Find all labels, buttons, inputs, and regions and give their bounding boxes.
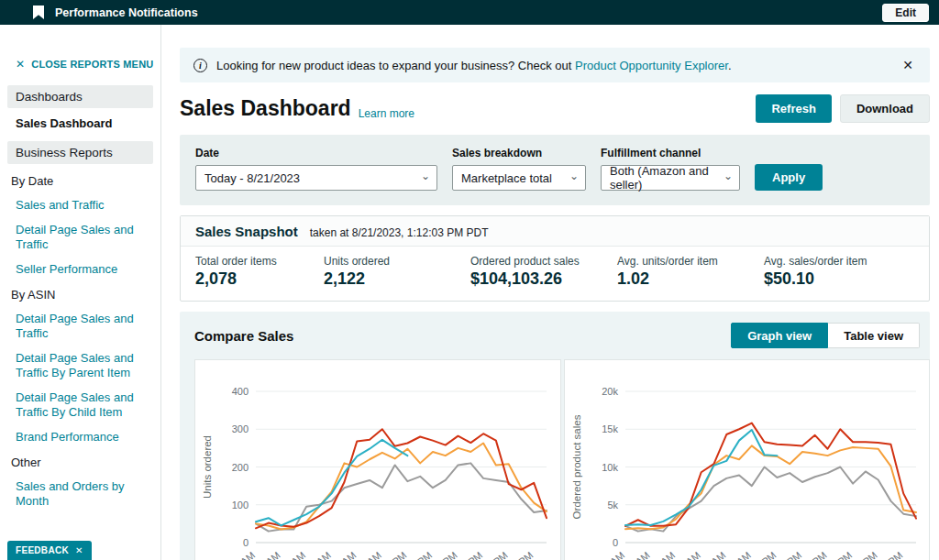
- svg-text:12AM: 12AM: [599, 549, 626, 560]
- svg-text:5k: 5k: [607, 500, 618, 511]
- chevron-down-icon: ⌄: [421, 170, 430, 182]
- promo-banner: i Looking for new product ideas to expan…: [180, 48, 930, 82]
- sidebar-item-detail-page-child-item[interactable]: Detail Page Sales and Traffic By Child I…: [0, 390, 160, 430]
- date-select[interactable]: Today - 8/21/2023 ⌄: [195, 165, 437, 191]
- svg-text:0: 0: [243, 537, 249, 548]
- units-ordered-chart: 010020030040012AM2AM4AM6AM8AM10AM12PM2PM…: [197, 365, 556, 560]
- units-ordered-chart-card: 010020030040012AM2AM4AM6AM8AM10AM12PM2PM…: [194, 359, 561, 560]
- filter-bar: Date Today - 8/21/2023 ⌄ Sales breakdown…: [180, 135, 930, 205]
- sidebar-section-business-reports: Business Reports: [7, 141, 153, 164]
- sales-snapshot-card: Sales Snapshot taken at 8/21/2023, 1:12:…: [180, 215, 930, 302]
- stat-label: Avg. units/order item: [617, 255, 764, 268]
- svg-text:400: 400: [232, 386, 249, 397]
- stat-label: Units ordered: [324, 255, 470, 268]
- svg-text:6AM: 6AM: [679, 549, 701, 560]
- sidebar-section-dashboards: Dashboards: [7, 85, 153, 108]
- stat-avg-units-per-order: Avg. units/order item 1.02: [617, 255, 764, 289]
- sales-snapshot-title: Sales Snapshot: [195, 224, 298, 239]
- stat-value: $104,103.26: [470, 269, 617, 289]
- table-view-button[interactable]: Table view: [828, 323, 920, 348]
- page-title: Sales Dashboard: [180, 96, 351, 121]
- compare-sales-header: Compare Sales Graph view Table view: [194, 323, 930, 348]
- learn-more-link[interactable]: Learn more: [359, 107, 414, 123]
- feedback-close-icon: ✕: [75, 545, 83, 555]
- graph-view-button[interactable]: Graph view: [731, 323, 828, 348]
- sidebar-item-sales-dashboard[interactable]: Sales Dashboard: [0, 116, 160, 141]
- banner-close-icon[interactable]: ✕: [900, 58, 916, 72]
- stat-avg-sales-per-order: Avg. sales/order item $50.10: [764, 255, 911, 289]
- close-icon: ✕: [16, 58, 25, 71]
- sidebar-item-seller-performance[interactable]: Seller Performance: [0, 262, 160, 287]
- topbar-title: Performance Notifications: [55, 6, 198, 19]
- compare-sales-section: Compare Sales Graph view Table view 0100…: [180, 312, 930, 560]
- svg-text:10k: 10k: [602, 462, 618, 473]
- stat-value: 2,122: [324, 269, 470, 289]
- date-filter-label: Date: [195, 147, 437, 159]
- bookmark-icon: [33, 5, 44, 19]
- product-opportunity-explorer-link[interactable]: Product Opportunity Explorer: [575, 59, 728, 72]
- snapshot-stats-row: Total order items 2,078 Units ordered 2,…: [181, 247, 929, 301]
- charts-row: 010020030040012AM2AM4AM6AM8AM10AM12PM2PM…: [194, 359, 930, 560]
- date-select-value: Today - 8/21/2023: [204, 171, 300, 185]
- sidebar-item-brand-performance[interactable]: Brand Performance: [0, 430, 160, 455]
- ordered-product-sales-chart: 05k10k15k20k12AM2AM4AM6AM8AM10AM12PM2PM4…: [567, 365, 925, 560]
- edit-button[interactable]: Edit: [882, 4, 929, 22]
- stat-label: Ordered product sales: [470, 255, 617, 268]
- svg-text:10AM: 10AM: [356, 549, 383, 560]
- chevron-down-icon: ⌄: [724, 170, 733, 182]
- download-button[interactable]: Download: [840, 94, 930, 123]
- svg-text:8AM: 8AM: [336, 549, 359, 560]
- refresh-button[interactable]: Refresh: [756, 94, 831, 123]
- top-navigation-bar: Performance Notifications Edit: [0, 0, 939, 25]
- svg-text:100: 100: [232, 500, 249, 511]
- breakdown-select-value: Marketplace total: [461, 171, 552, 185]
- svg-text:4PM: 4PM: [436, 549, 459, 560]
- main-content: i Looking for new product ideas to expan…: [161, 25, 939, 560]
- svg-text:10PM: 10PM: [508, 549, 536, 560]
- sales-breakdown-select[interactable]: Marketplace total ⌄: [452, 165, 586, 191]
- svg-text:2AM: 2AM: [628, 549, 651, 560]
- stat-label: Avg. sales/order item: [764, 255, 911, 268]
- close-reports-menu-button[interactable]: ✕ CLOSE REPORTS MENU: [0, 58, 160, 71]
- svg-text:2AM: 2AM: [260, 549, 282, 560]
- channel-filter-group: Fulfillment channel Both (Amazon and sel…: [601, 147, 740, 191]
- stat-value: $50.10: [764, 269, 911, 289]
- date-filter-group: Date Today - 8/21/2023 ⌄: [195, 147, 437, 191]
- channel-select-value: Both (Amazon and seller): [610, 164, 717, 192]
- svg-text:2PM: 2PM: [780, 549, 803, 560]
- page-title-row: Sales Dashboard Learn more Refresh Downl…: [180, 94, 930, 123]
- apply-button[interactable]: Apply: [755, 164, 823, 191]
- svg-text:0: 0: [612, 537, 617, 548]
- sales-snapshot-header: Sales Snapshot taken at 8/21/2023, 1:12:…: [181, 216, 929, 247]
- compare-sales-title: Compare Sales: [194, 328, 293, 344]
- sidebar-item-sales-orders-by-month[interactable]: Sales and Orders by Month: [0, 479, 160, 519]
- stat-ordered-product-sales: Ordered product sales $104,103.26: [470, 255, 617, 289]
- sidebar-item-detail-page-sales-traffic[interactable]: Detail Page Sales and Traffic: [0, 223, 160, 262]
- sidebar-item-sales-and-traffic[interactable]: Sales and Traffic: [0, 198, 160, 223]
- sidebar-item-detail-page-parent-item[interactable]: Detail Page Sales and Traffic By Parent …: [0, 351, 160, 390]
- fulfillment-channel-select[interactable]: Both (Amazon and seller) ⌄: [601, 165, 740, 191]
- svg-text:12AM: 12AM: [230, 549, 258, 560]
- feedback-label: FEEDBACK: [16, 545, 69, 555]
- svg-text:Units ordered: Units ordered: [202, 435, 213, 499]
- breakdown-filter-group: Sales breakdown Marketplace total ⌄: [452, 147, 586, 191]
- feedback-button[interactable]: FEEDBACK ✕: [7, 541, 92, 560]
- svg-text:8PM: 8PM: [856, 549, 878, 560]
- svg-text:300: 300: [232, 423, 249, 434]
- svg-text:200: 200: [232, 462, 249, 473]
- sidebar-group-by-asin: By ASIN: [0, 286, 160, 312]
- info-icon: i: [193, 59, 207, 72]
- svg-text:Ordered product sales: Ordered product sales: [571, 414, 582, 519]
- channel-filter-label: Fulfillment channel: [601, 147, 740, 159]
- svg-text:4AM: 4AM: [284, 549, 307, 560]
- reports-sidebar: ✕ CLOSE REPORTS MENU Dashboards Sales Da…: [0, 25, 161, 560]
- sidebar-group-other: Other: [0, 454, 160, 479]
- svg-text:6AM: 6AM: [310, 549, 333, 560]
- banner-text: Looking for new product ideas to expand …: [216, 59, 732, 72]
- svg-text:4PM: 4PM: [805, 549, 828, 560]
- svg-text:6PM: 6PM: [831, 549, 854, 560]
- sidebar-item-detail-page-sales-traffic-asin[interactable]: Detail Page Sales and Traffic: [0, 312, 160, 351]
- svg-text:4AM: 4AM: [654, 549, 677, 560]
- breakdown-filter-label: Sales breakdown: [452, 147, 586, 159]
- svg-text:12PM: 12PM: [750, 549, 778, 560]
